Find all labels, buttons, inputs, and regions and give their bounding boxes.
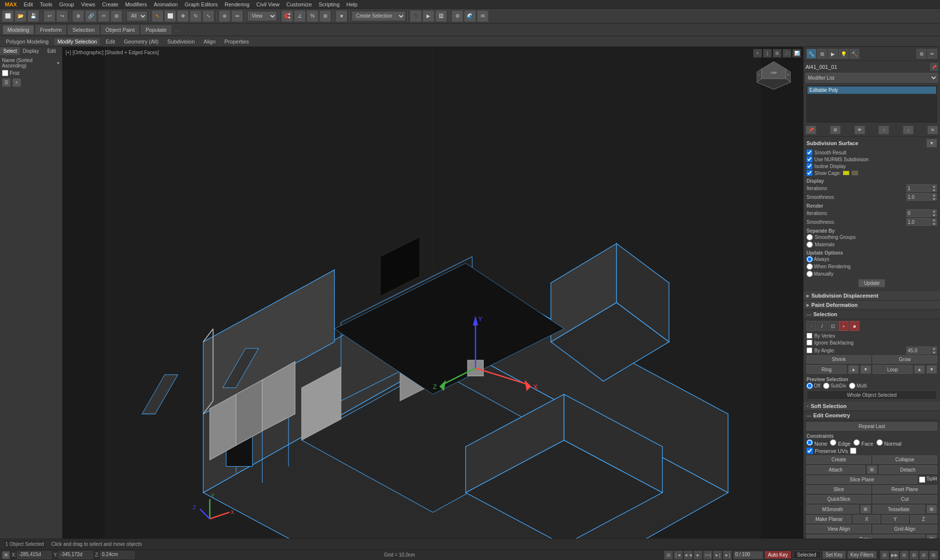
lp-tab-edit[interactable]: Edit bbox=[42, 47, 62, 55]
rp-icon-motion[interactable]: ▶ bbox=[828, 49, 838, 59]
sort-dropdown-icon[interactable]: ▼ bbox=[56, 61, 60, 65]
menu-group[interactable]: Group bbox=[56, 1, 77, 8]
constraint-edge-radio[interactable] bbox=[830, 439, 836, 446]
smoothness-render-value[interactable]: 1.0 bbox=[906, 218, 931, 226]
msmooth-btn[interactable]: MSmooth bbox=[806, 505, 859, 514]
new-btn[interactable]: ⬜ bbox=[2, 10, 14, 22]
isoline-check[interactable] bbox=[806, 163, 812, 169]
bind-btn[interactable]: ⊞ bbox=[111, 10, 122, 22]
menu-scripting[interactable]: Scripting bbox=[316, 1, 343, 8]
sel-vertex-icon[interactable]: · bbox=[806, 321, 816, 331]
select-obj-btn[interactable]: ⊕ bbox=[72, 10, 84, 22]
z-btn[interactable]: Z bbox=[910, 515, 937, 523]
iter-disp-up[interactable]: ▲ bbox=[931, 184, 937, 188]
grow-btn[interactable]: Grow bbox=[873, 355, 937, 364]
rbar-btn5[interactable]: ⊞ bbox=[919, 551, 928, 560]
attach-settings-btn[interactable]: ⊞ bbox=[867, 465, 877, 474]
subdiv-expand-btn[interactable]: ▼ bbox=[926, 139, 937, 148]
subtab-properties[interactable]: Properties bbox=[222, 38, 252, 45]
preserve-uvs-extra-check[interactable] bbox=[850, 448, 856, 454]
tab-populate[interactable]: Populate bbox=[141, 25, 171, 34]
cut-btn[interactable]: Cut bbox=[873, 495, 937, 503]
open-btn[interactable]: 📂 bbox=[15, 10, 26, 22]
iterations-render-value[interactable]: 0 bbox=[906, 209, 931, 217]
subtab-align[interactable]: Align bbox=[201, 38, 218, 45]
viewport[interactable]: [+] [Orthographic] [Shaded + Edged Faces… bbox=[63, 47, 803, 538]
smooth-disp-down[interactable]: ▼ bbox=[931, 197, 937, 201]
menu-graph-editors[interactable]: Graph Editors bbox=[181, 1, 221, 8]
x-btn[interactable]: X bbox=[853, 515, 880, 523]
rp-icon-utilities[interactable]: 🔨 bbox=[850, 49, 859, 59]
manually-radio[interactable] bbox=[806, 271, 813, 277]
save-btn[interactable]: 💾 bbox=[27, 10, 39, 22]
x-value[interactable]: -285,415d bbox=[17, 551, 51, 559]
use-nurms-check[interactable] bbox=[806, 156, 812, 162]
slice-plane-btn[interactable]: Slice Plane bbox=[806, 475, 918, 484]
iterations-display-value[interactable]: 1 bbox=[906, 184, 931, 192]
view-dropdown[interactable]: View bbox=[247, 11, 277, 21]
tab-selection[interactable]: Selection bbox=[68, 25, 99, 34]
rp-icon-modify[interactable]: 🔧 bbox=[806, 49, 816, 59]
sel-edge-icon[interactable]: / bbox=[817, 321, 827, 331]
rbar-btn4[interactable]: ⊞ bbox=[910, 551, 918, 560]
navigation-cube[interactable]: TOP R L ▲ ▼ ◄ ► bbox=[757, 59, 791, 93]
materials-radio[interactable] bbox=[806, 241, 813, 248]
editable-poly-item[interactable]: Editable Poly bbox=[807, 86, 936, 94]
iter-rend-down[interactable]: ▼ bbox=[931, 213, 937, 217]
undo-btn[interactable]: ↩ bbox=[44, 10, 55, 22]
render-msg-btn[interactable]: ✉ bbox=[477, 10, 489, 22]
vp-btn-2[interactable]: | bbox=[763, 49, 772, 58]
anim-prev-frame-btn[interactable]: |◄ bbox=[674, 551, 683, 560]
rp-icon-hierarchy[interactable]: ⊞ bbox=[817, 49, 827, 59]
show-cage-check[interactable] bbox=[806, 170, 812, 176]
auto-key-btn[interactable]: Auto Key bbox=[765, 551, 791, 559]
slice-btn[interactable]: Slice bbox=[806, 485, 871, 494]
mirror-btn[interactable]: ⇔ bbox=[231, 10, 243, 22]
timeline-frame-input[interactable]: 0 / 100 bbox=[734, 551, 763, 559]
by-angle-value[interactable]: 45.0 bbox=[906, 346, 931, 354]
create-selection[interactable]: Create Selection bbox=[352, 11, 405, 21]
loop-btn[interactable]: Loop bbox=[873, 365, 913, 374]
vp-btn-4[interactable]: 🎥 bbox=[783, 49, 791, 58]
anim-next-key-btn[interactable]: >>| bbox=[703, 551, 712, 560]
by-angle-down[interactable]: ▼ bbox=[931, 350, 937, 354]
select-scale-btn[interactable]: ⤡ bbox=[202, 10, 214, 22]
set-key-btn[interactable]: Set Key bbox=[823, 551, 846, 559]
constraint-normal-radio[interactable] bbox=[876, 439, 883, 446]
smooth-result-check[interactable] bbox=[806, 150, 812, 155]
repeat-last-btn[interactable]: Repeat Last bbox=[806, 422, 937, 431]
tab-object-paint[interactable]: Object Paint bbox=[101, 25, 139, 34]
menu-help[interactable]: Help bbox=[343, 1, 360, 8]
split-check[interactable] bbox=[919, 475, 925, 484]
rbar-btn1[interactable]: ⊞ bbox=[880, 551, 889, 560]
select-move-btn[interactable]: ✥ bbox=[177, 10, 189, 22]
rp-icon-create[interactable]: ⚙ bbox=[917, 49, 926, 59]
smoothing-groups-radio[interactable] bbox=[806, 234, 813, 240]
vp-btn-5[interactable]: 📊 bbox=[792, 49, 801, 58]
render-setup-btn[interactable]: 🎥 bbox=[410, 10, 422, 22]
when-rendering-radio[interactable] bbox=[806, 263, 813, 270]
rbar-btn2[interactable]: ▶▶ bbox=[890, 551, 899, 560]
modifier-list-dropdown[interactable]: Modifier List bbox=[806, 73, 938, 83]
menu-animation[interactable]: Animation bbox=[151, 1, 181, 8]
unlink-btn[interactable]: ✂ bbox=[98, 10, 110, 22]
ring-down-btn[interactable]: ▼ bbox=[860, 365, 871, 374]
z-value[interactable]: 0.24cm bbox=[100, 551, 134, 559]
render-frame-btn[interactable]: 🖼 bbox=[435, 10, 447, 22]
preserve-uvs-check[interactable] bbox=[806, 448, 813, 454]
menu-customize[interactable]: Customize bbox=[284, 1, 315, 8]
update-btn[interactable]: Update bbox=[858, 279, 885, 287]
collapse-btn[interactable]: Collapse bbox=[873, 455, 937, 464]
menu-create[interactable]: Create bbox=[99, 1, 121, 8]
new-layer-btn[interactable]: + bbox=[12, 78, 21, 87]
snap-btn[interactable]: 🧲 bbox=[281, 10, 293, 22]
snap-pct-btn[interactable]: % bbox=[307, 10, 318, 22]
sel-polygon-icon[interactable]: ▪ bbox=[839, 321, 849, 331]
layers-btn[interactable]: ☰ bbox=[2, 78, 11, 87]
edit-geo-arrow[interactable]: — bbox=[806, 413, 811, 418]
freeze-check[interactable] bbox=[2, 70, 8, 76]
select-rotate-btn[interactable]: ↻ bbox=[190, 10, 201, 22]
anim-key-mode-btn[interactable]: ⊞ bbox=[664, 551, 673, 560]
link-btn[interactable]: 🔗 bbox=[85, 10, 97, 22]
relax-btn[interactable]: Relax bbox=[806, 535, 925, 538]
